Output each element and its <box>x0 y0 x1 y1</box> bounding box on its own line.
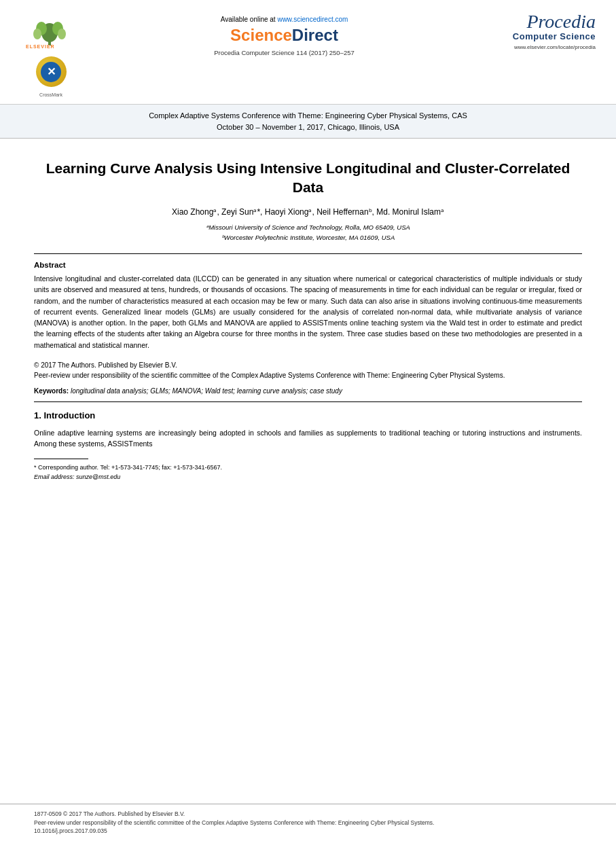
keywords-section: Keywords: longitudinal data analysis; GL… <box>34 387 582 395</box>
available-online-text: Available online at www.sciencedirect.co… <box>221 16 348 23</box>
copyright-line2: Peer-review under responsibility of the … <box>34 370 582 380</box>
article-title: Learning Curve Analysis Using Intensive … <box>34 159 582 198</box>
crossmark-label: CrossMark <box>39 92 62 97</box>
affiliation-b: ᵇWorcester Polytechnic Institute, Worces… <box>34 232 582 243</box>
keywords-label: Keywords: <box>34 387 69 395</box>
intro-text: Online adaptive learning systems are inc… <box>34 427 582 450</box>
footnote-email: Email address: sunze@mst.edu <box>34 473 582 482</box>
footer-doi: 10.1016/j.procs.2017.09.035 <box>34 827 582 836</box>
separator-line <box>34 253 582 254</box>
separator-line-2 <box>34 401 582 402</box>
main-content: Learning Curve Analysis Using Intensive … <box>0 139 616 804</box>
publisher-logos: ELSEVIER ✕ CrossMark <box>20 12 81 97</box>
abstract-heading: Abstract <box>34 261 582 269</box>
affiliations: ᵃMissouri University of Science and Tech… <box>34 222 582 243</box>
conference-banner: Complex Adaptive Systems Conference with… <box>0 105 616 139</box>
page-header: ELSEVIER ✕ CrossMark Available online at… <box>0 0 616 105</box>
intro-heading: 1. Introduction <box>34 410 582 420</box>
journal-header-center: Available online at www.sciencedirect.co… <box>88 12 480 56</box>
footnote-content: * Corresponding author. Tel: +1-573-341-… <box>34 463 582 482</box>
email-address: sunze@mst.edu <box>76 473 120 480</box>
footnote-star: * Corresponding author. Tel: +1-573-341-… <box>34 463 582 473</box>
copyright-section: © 2017 The Authors. Published by Elsevie… <box>34 360 582 380</box>
elsevier-logo-icon: ELSEVIER <box>22 12 80 50</box>
introduction-section: 1. Introduction Online adaptive learning… <box>34 410 582 450</box>
procedia-url: www.elsevier.com/locate/procedia <box>514 44 596 50</box>
copyright-line1: © 2017 The Authors. Published by Elsevie… <box>34 360 582 370</box>
page-footer: 1877-0509 © 2017 The Authors. Published … <box>0 804 616 841</box>
abstract-section: Abstract Intensive longitudinal and clus… <box>34 261 582 351</box>
abstract-text: Intensive longitudinal and cluster-corre… <box>34 273 582 351</box>
procedia-logo-area: Procedia Computer Science www.elsevier.c… <box>487 12 596 50</box>
keywords-text: longitudinal data analysis; GLMs; MANOVA… <box>71 387 342 395</box>
footnote-area: * Corresponding author. Tel: +1-573-341-… <box>34 459 582 482</box>
sciencedirect-link[interactable]: www.sciencedirect.com <box>277 16 348 23</box>
sciencedirect-logo: ScienceDirect <box>230 26 338 45</box>
footnote-divider <box>34 459 88 459</box>
email-label: Email address: <box>34 473 75 480</box>
footer-peer-review: Peer-review under responsibility of the … <box>34 819 582 827</box>
procedia-subtitle: Computer Science <box>513 31 596 41</box>
authors-line: Xiao Zhongᵃ, Zeyi Sunᵃ*, Haoyi Xiongᵃ, N… <box>34 207 582 217</box>
crossmark-logo-icon: ✕ <box>36 56 67 87</box>
procedia-title: Procedia <box>526 12 596 31</box>
affiliation-a: ᵃMissouri University of Science and Tech… <box>34 222 582 232</box>
footer-issn: 1877-0509 © 2017 The Authors. Published … <box>34 810 582 819</box>
svg-text:ELSEVIER: ELSEVIER <box>26 44 55 49</box>
svg-point-4 <box>33 29 41 39</box>
journal-reference: Procedia Computer Science 114 (2017) 250… <box>214 49 355 56</box>
svg-point-5 <box>58 29 66 39</box>
